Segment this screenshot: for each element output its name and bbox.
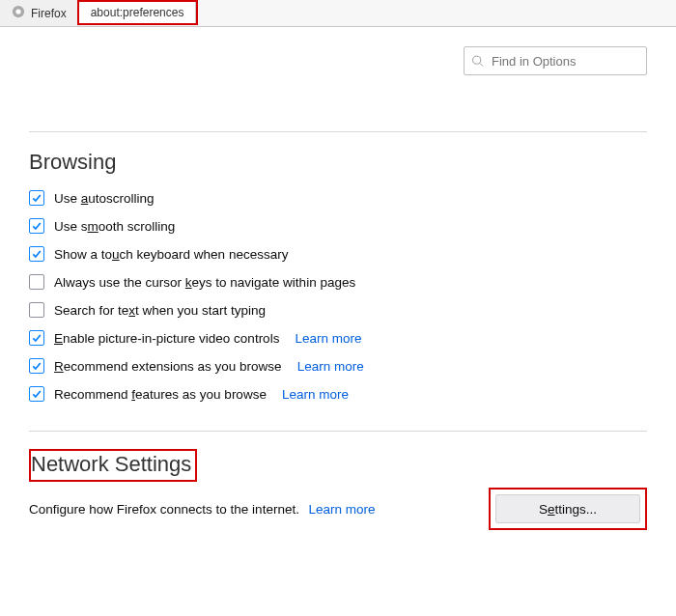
option-label[interactable]: Use smooth scrolling [54,219,175,234]
checkmark-icon [31,220,42,232]
checkbox[interactable] [29,330,44,346]
option-label-key: R [54,359,64,374]
svg-point-2 [473,56,481,64]
option-label-pre: Search for te [54,303,128,318]
checkbox[interactable] [29,190,44,206]
checkbox[interactable] [29,274,44,290]
tab-label: Firefox [31,7,67,20]
browsing-heading: Browsing [29,150,647,175]
search-input[interactable] [464,46,647,75]
network-desc-wrap: Configure how Firefox connects to the in… [29,502,376,517]
svg-point-1 [15,9,20,14]
network-block: Network Settings Configure how Firefox c… [29,431,647,530]
highlight-box-network-title: Network Settings [29,449,197,482]
firefox-logo-icon [12,5,25,21]
learn-more-link[interactable]: Learn more [282,387,349,402]
option-label-post: ooth scrolling [99,219,176,234]
option-label-pre: Use [54,191,81,206]
checkbox[interactable] [29,358,44,374]
browsing-option-row: Recommend features as you browseLearn mo… [29,386,647,402]
checkbox[interactable] [29,302,44,318]
checkbox[interactable] [29,386,44,402]
option-label-pre: Always use the cursor [54,275,185,290]
checkmark-icon [31,332,42,344]
option-label-post: ecommend extensions as you browse [64,359,282,374]
browsing-option-row: Always use the cursor keys to navigate w… [29,274,647,290]
option-label-key: E [54,331,63,346]
option-label-post: eatures as you browse [135,387,267,402]
browsing-option-row: Enable picture-in-picture video controls… [29,330,647,346]
browsing-options: Use autoscrollingUse smooth scrollingSho… [29,190,647,402]
option-label[interactable]: Enable picture-in-picture video controls [54,331,279,346]
option-label-pre: Show a to [54,247,112,262]
search-wrap [464,46,647,75]
option-label-pre: Recommend [54,387,131,402]
checkmark-icon [31,248,42,260]
search-icon [471,55,484,68]
network-settings-button[interactable]: Settings... [495,494,640,523]
highlight-box-settings-button: Settings... [489,488,647,530]
browsing-option-row: Show a touch keyboard when necessary [29,246,647,262]
option-label[interactable]: Recommend extensions as you browse [54,359,282,374]
section-divider [29,131,647,132]
settings-button-key: e [548,502,555,517]
browsing-option-row: Recommend extensions as you browseLearn … [29,358,647,374]
option-label-post: t when you start typing [135,303,266,318]
option-label-key: m [88,219,99,234]
option-label-post: nable picture-in-picture video controls [63,331,279,346]
option-label-post: eys to navigate within pages [192,275,356,290]
option-label-pre: Use s [54,219,88,234]
checkmark-icon [31,192,42,204]
checkbox[interactable] [29,218,44,234]
learn-more-link[interactable]: Learn more [297,359,364,374]
option-label[interactable]: Use autoscrolling [54,191,155,206]
checkmark-icon [31,360,42,372]
network-description: Configure how Firefox connects to the in… [29,502,299,517]
checkbox[interactable] [29,246,44,262]
settings-button-pre: S [539,502,548,517]
browsing-option-row: Use smooth scrolling [29,218,647,234]
highlight-box-url: about:preferences [77,0,199,25]
option-label-post: ch keyboard when necessary [120,247,289,262]
section-divider [29,431,647,432]
preferences-content: Browsing Use autoscrollingUse smooth scr… [0,27,676,530]
browsing-option-row: Use autoscrolling [29,190,647,206]
option-label-key: u [112,247,120,262]
search-row [29,46,647,75]
option-label[interactable]: Recommend features as you browse [54,387,267,402]
url-text: about:preferences [91,6,184,19]
svg-line-3 [480,63,483,66]
tab-strip: Firefox about:preferences [0,0,676,27]
network-learn-more-link[interactable]: Learn more [309,502,376,517]
network-row: Configure how Firefox connects to the in… [29,488,647,530]
option-label-post: utoscrolling [88,191,154,206]
tab-firefox[interactable]: Firefox [0,0,79,26]
learn-more-link[interactable]: Learn more [295,331,361,346]
option-label[interactable]: Show a touch keyboard when necessary [54,247,288,262]
tab-url[interactable]: about:preferences [79,2,197,23]
checkmark-icon [31,388,42,400]
browsing-option-row: Search for text when you start typing [29,302,647,318]
option-label[interactable]: Search for text when you start typing [54,303,266,318]
network-heading: Network Settings [31,452,191,477]
option-label[interactable]: Always use the cursor keys to navigate w… [54,275,355,290]
option-label-key: k [185,275,192,290]
settings-button-post: ttings... [555,502,598,517]
